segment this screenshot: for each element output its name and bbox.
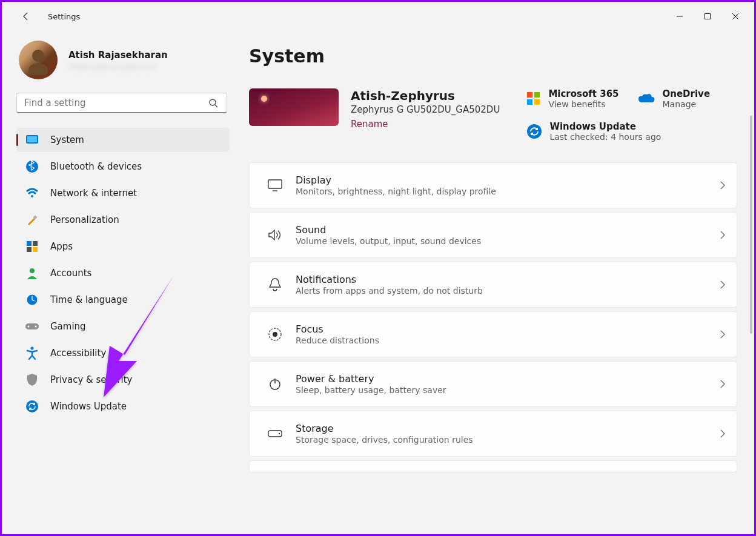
card-sub: Reduce distractions	[296, 336, 720, 345]
card-sub: Storage space, drives, configuration rul…	[296, 435, 720, 445]
card-sub: Sleep, battery usage, battery saver	[296, 385, 720, 395]
user-name: Atish Rajasekharan	[68, 50, 168, 61]
brush-icon	[24, 211, 41, 228]
monitor-icon	[260, 179, 290, 192]
status-ms365[interactable]: Microsoft 365 View benefits	[526, 88, 618, 109]
card-sound[interactable]: SoundVolume levels, output, input, sound…	[249, 212, 737, 258]
person-icon	[24, 265, 41, 282]
device-name: Atish-Zephyrus	[351, 88, 500, 103]
card-partial[interactable]	[249, 460, 737, 472]
card-notifications[interactable]: NotificationsAlerts from apps and system…	[249, 262, 737, 308]
card-list: DisplayMonitors, brightness, night light…	[249, 162, 744, 472]
card-title: Power & battery	[296, 373, 720, 385]
svg-point-5	[28, 63, 48, 75]
sidebar-item-apps[interactable]: Apps	[16, 234, 230, 259]
svg-point-29	[527, 124, 542, 139]
svg-point-24	[26, 400, 38, 412]
sidebar-item-label: System	[50, 134, 84, 145]
scrollbar[interactable]	[750, 116, 752, 334]
chevron-right-icon	[720, 230, 726, 240]
svg-point-4	[32, 50, 44, 62]
svg-rect-1	[705, 14, 711, 19]
card-power[interactable]: Power & batterySleep, battery usage, bat…	[249, 361, 737, 407]
sidebar-item-label: Accessibility	[50, 348, 106, 359]
svg-rect-9	[27, 136, 37, 142]
status-onedrive[interactable]: OneDrive Manage	[637, 88, 711, 109]
status-title: Windows Update	[549, 121, 661, 132]
sidebar-item-label: Apps	[50, 241, 73, 252]
sidebar-item-label: Gaming	[50, 321, 86, 332]
speaker-icon	[260, 228, 290, 242]
device-model: Zephyrus G GU502DU_GA502DU	[351, 104, 500, 115]
sidebar-item-label: Personalization	[50, 214, 119, 225]
svg-rect-30	[268, 180, 282, 188]
status-title: Microsoft 365	[548, 88, 618, 99]
card-title: Display	[296, 174, 720, 186]
sidebar-item-accessibility[interactable]: Accessibility	[16, 341, 230, 365]
sidebar-item-network[interactable]: Network & internet	[16, 181, 230, 205]
back-icon	[21, 12, 31, 21]
bluetooth-icon	[24, 158, 41, 175]
sidebar-item-personalization[interactable]: Personalization	[16, 208, 230, 232]
svg-rect-27	[527, 99, 532, 105]
chevron-right-icon	[720, 379, 726, 389]
status-sub: Last checked: 4 hours ago	[549, 132, 661, 142]
clock-globe-icon	[24, 291, 41, 308]
sidebar-item-system[interactable]: System	[16, 128, 230, 152]
display-icon	[24, 131, 41, 148]
chevron-right-icon	[720, 329, 726, 339]
sidebar-item-label: Privacy & security	[50, 374, 132, 385]
titlebar-title: Settings	[48, 12, 80, 21]
svg-point-23	[31, 347, 34, 350]
gamepad-icon	[24, 318, 41, 335]
svg-rect-15	[27, 247, 31, 252]
sidebar-item-privacy[interactable]: Privacy & security	[16, 368, 230, 392]
card-focus[interactable]: FocusReduce distractions	[249, 311, 737, 357]
card-sub: Alerts from apps and system, do not dist…	[296, 286, 720, 296]
card-display[interactable]: DisplayMonitors, brightness, night light…	[249, 162, 737, 208]
card-title: Notifications	[296, 274, 720, 285]
storage-icon	[260, 429, 290, 438]
svg-rect-16	[33, 247, 38, 252]
page-title: System	[249, 45, 744, 67]
card-title: Focus	[296, 323, 720, 335]
close-button[interactable]	[721, 7, 749, 26]
bell-icon	[260, 277, 290, 292]
focus-icon	[260, 326, 290, 342]
back-button[interactable]	[14, 4, 38, 28]
search-input[interactable]	[24, 98, 204, 108]
sidebar-item-accounts[interactable]: Accounts	[16, 261, 230, 285]
power-icon	[260, 377, 290, 391]
card-sub: Monitors, brightness, night light, displ…	[296, 187, 720, 196]
status-sub: View benefits	[548, 99, 618, 109]
card-storage[interactable]: StorageStorage space, drives, configurat…	[249, 411, 737, 457]
sidebar-item-windows-update[interactable]: Windows Update	[16, 394, 230, 419]
svg-rect-28	[534, 99, 540, 105]
svg-rect-14	[33, 241, 38, 246]
main-content: System Atish-Zephyrus Zephyrus G GU502DU…	[234, 31, 754, 534]
status-title: OneDrive	[663, 88, 711, 99]
status-windows-update[interactable]: Windows Update Last checked: 4 hours ago	[526, 121, 710, 142]
apps-icon	[24, 238, 41, 255]
close-icon	[732, 13, 739, 20]
rename-link[interactable]: Rename	[351, 119, 388, 130]
svg-point-17	[30, 268, 35, 273]
sidebar-item-time-language[interactable]: Time & language	[16, 288, 230, 312]
update-icon	[24, 398, 41, 415]
user-email: hidden@example.com	[68, 62, 168, 71]
onedrive-icon	[637, 93, 655, 105]
sidebar-item-label: Windows Update	[50, 401, 127, 412]
svg-point-6	[210, 99, 216, 105]
maximize-icon	[704, 13, 711, 20]
minimize-icon	[676, 13, 683, 20]
sidebar-item-gaming[interactable]: Gaming	[16, 314, 230, 339]
sidebar-item-bluetooth[interactable]: Bluetooth & devices	[16, 154, 230, 179]
device-row: Atish-Zephyrus Zephyrus G GU502DU_GA502D…	[249, 88, 744, 142]
search-icon[interactable]	[204, 98, 223, 108]
search-box[interactable]	[16, 93, 227, 113]
maximize-button[interactable]	[694, 7, 721, 26]
user-profile[interactable]: Atish Rajasekharan hidden@example.com	[19, 41, 234, 79]
svg-point-21	[28, 326, 30, 328]
minimize-button[interactable]	[666, 7, 694, 26]
window-controls	[666, 7, 749, 26]
